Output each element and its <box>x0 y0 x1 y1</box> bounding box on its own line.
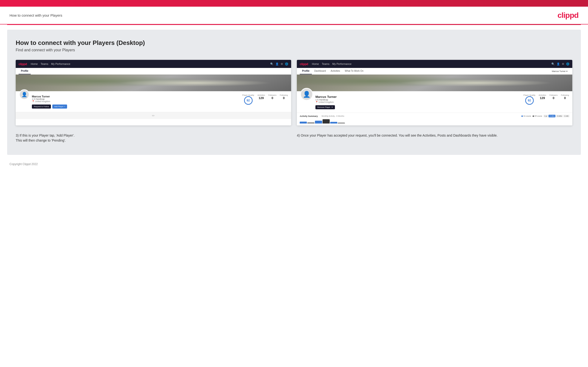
activity-header: Activity Summary Monthly Activity - 6 Mo… <box>300 115 570 117</box>
time-1mth[interactable]: 1 mth <box>563 115 570 117</box>
tab-profile-left[interactable]: Profile <box>18 68 31 74</box>
time-buttons: 1 yr 6 mths 3 mths 1 mth <box>544 115 570 117</box>
golf-banner-img-right <box>297 75 572 91</box>
main-content: How to connect with your Players (Deskto… <box>7 30 581 155</box>
follow-button-left[interactable]: Request to Follow <box>32 105 51 108</box>
remove-player-button[interactable]: Remove Player ✕ <box>315 105 335 109</box>
player-handicap-left: 1-5 Handicap <box>32 98 240 100</box>
activities-label-left: Activities <box>257 94 265 96</box>
player-info-right: Marcus Turner 1-5 Handicap 📍 United King… <box>315 95 521 109</box>
buttons-row-right: Remove Player ✕ <box>315 105 521 109</box>
caption-right: 4) Once your Player has accepted your re… <box>297 133 572 143</box>
tab-profile-right[interactable]: Profile <box>300 68 312 74</box>
nav-items-left: Home Teams My Performance <box>31 62 266 65</box>
chart-area <box>300 119 570 124</box>
golf-banner-right <box>297 75 572 91</box>
search-icon-right[interactable]: 🔍 <box>551 62 555 66</box>
caption-right-text: 4) Once your Player has accepted your re… <box>297 133 498 137</box>
chart-bar-2 <box>307 122 314 124</box>
nav-performance-right[interactable]: My Performance <box>332 62 352 65</box>
screenshots-row: clippd Home Teams My Performance 🔍 👤 ⚙ 🌐… <box>16 60 572 125</box>
time-6mths[interactable]: 6 mths <box>548 115 555 117</box>
player-row-left: 👤 Marcus Turner 1-5 Handicap 📍 United Ki… <box>19 94 288 108</box>
chart-bar-5 <box>330 122 337 124</box>
globe-icon[interactable]: 🌐 <box>285 62 288 66</box>
user-icon[interactable]: 👤 <box>276 62 279 66</box>
following-label-right: Following <box>561 94 569 96</box>
time-1yr[interactable]: 1 yr <box>544 115 548 117</box>
app-logo-left: clippd <box>18 62 27 66</box>
screenshot-footer-left: ✏ <box>16 112 291 119</box>
page-footer: Copyright Clippd 2022 <box>0 160 588 169</box>
nav-icons-right: 🔍 👤 ⚙ 🌐 <box>551 62 570 66</box>
activities-label-right: Activities <box>538 94 546 96</box>
page-title: How to connect with your Players (Deskto… <box>16 39 572 47</box>
nav-performance-left[interactable]: My Performance <box>51 62 70 65</box>
remove-player-label: Remove Player <box>317 106 330 108</box>
quality-circle-right: 92 <box>525 96 534 105</box>
time-3mths[interactable]: 3 mths <box>556 115 563 117</box>
nav-teams-left[interactable]: Teams <box>41 62 48 65</box>
player-name-left: Marcus Turner <box>32 95 240 98</box>
player-location-right: 📍 United Kingdom <box>315 101 521 103</box>
following-stat-right: Following 0 <box>561 94 569 100</box>
on-course-label: On course <box>523 115 531 117</box>
chart-bar-1 <box>300 122 307 124</box>
chart-bar-6 <box>338 123 345 124</box>
following-value-left: 0 <box>280 96 288 100</box>
user-icon-right[interactable]: 👤 <box>557 62 560 66</box>
location-icon-right: 📍 <box>315 101 318 103</box>
copyright: Copyright Clippd 2022 <box>9 162 38 166</box>
quality-label-right: Player Quality <box>524 94 536 96</box>
tab-dashboard-right[interactable]: Dashboard <box>312 68 328 74</box>
quality-label-left: Player Quality <box>242 94 254 96</box>
top-bar <box>0 0 588 7</box>
legend-on-course: On course <box>521 115 531 117</box>
activities-stat-right: Activities 129 <box>538 94 546 100</box>
tab-activities-right[interactable]: Activities <box>328 68 342 74</box>
quality-stat-right: Player Quality 92 <box>524 94 536 105</box>
avatar-icon-left: 👤 <box>21 92 27 97</box>
globe-icon-right[interactable]: 🌐 <box>566 62 570 66</box>
player-info-left: Marcus Turner 1-5 Handicap 📍 United King… <box>32 95 240 108</box>
caption-left: 3) If this is your Player tap, 'Add Play… <box>16 133 291 143</box>
nav-items-right: Home Teams My Performance <box>312 62 548 65</box>
player-row-right: 👤 Marcus Turner 1-5 Handicap 📍 United Ki… <box>300 94 569 109</box>
golf-banner-img-left <box>16 75 291 91</box>
tab-what-to-work-right[interactable]: What To Work On <box>343 68 366 74</box>
player-location-left: 📍 United Kingdom <box>32 100 240 103</box>
avatar-right: 👤 <box>300 88 313 101</box>
player-name-right: Marcus Turner <box>315 95 521 99</box>
profile-tabs-left: Profile <box>16 68 291 75</box>
player-dropdown-label[interactable]: Marcus Turner <box>552 70 566 72</box>
activity-title: Activity Summary <box>300 115 318 117</box>
player-section-right: 👤 Marcus Turner 1-5 Handicap 📍 United Ki… <box>297 91 572 113</box>
off-course-dot <box>533 116 534 117</box>
chart-bar-3 <box>315 121 322 124</box>
nav-teams-right[interactable]: Teams <box>322 62 329 65</box>
off-course-label: Off course <box>535 115 542 117</box>
quality-circle-left: 92 <box>244 96 253 105</box>
add-player-button-left[interactable]: Add Player + <box>52 105 67 108</box>
settings-icon-right[interactable]: ⚙ <box>562 62 564 66</box>
nav-home-left[interactable]: Home <box>31 62 38 65</box>
player-handicap-right: 1-5 Handicap <box>315 99 521 101</box>
chart-bar-4 <box>322 119 330 124</box>
buttons-row-left: Request to Follow Add Player + <box>32 105 240 108</box>
captions-row: 3) If this is your Player tap, 'Add Play… <box>16 133 572 143</box>
search-icon[interactable]: 🔍 <box>270 62 274 66</box>
avatar-icon-right: 👤 <box>303 91 311 98</box>
followers-label-right: Followers <box>549 94 558 96</box>
app-nav-left: clippd Home Teams My Performance 🔍 👤 ⚙ 🌐 <box>16 60 291 68</box>
remove-icon: ✕ <box>331 106 333 108</box>
nav-home-right[interactable]: Home <box>312 62 319 65</box>
legend-off-course: Off course <box>533 115 542 117</box>
app-logo-right: clippd <box>300 62 308 66</box>
profile-tabs-right: Profile Dashboard Activities What To Wor… <box>297 68 572 75</box>
settings-icon[interactable]: ⚙ <box>281 62 283 66</box>
activities-value-right: 129 <box>538 96 546 100</box>
following-label-left: Following <box>280 94 288 96</box>
nav-icons-left: 🔍 👤 ⚙ 🌐 <box>270 62 288 66</box>
screenshot-right: clippd Home Teams My Performance 🔍 👤 ⚙ 🌐… <box>297 60 572 125</box>
player-section-left: 👤 Marcus Turner 1-5 Handicap 📍 United Ki… <box>16 91 291 112</box>
